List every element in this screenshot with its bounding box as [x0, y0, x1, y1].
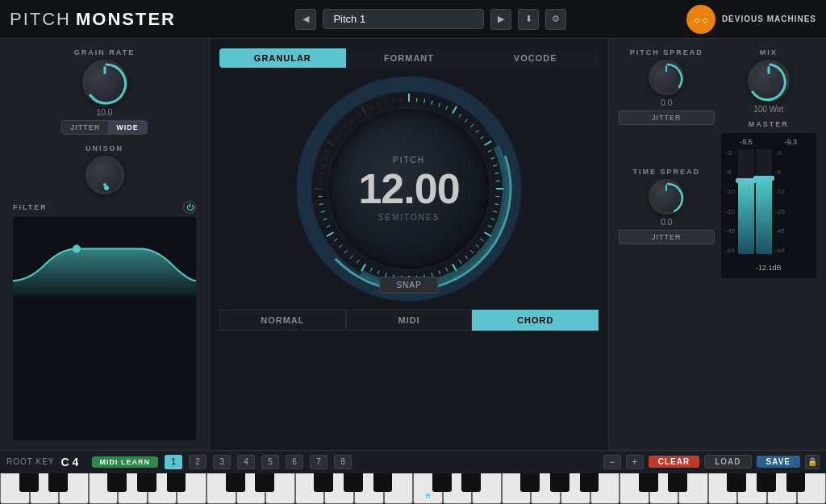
- black-key-8[interactable]: [255, 473, 274, 492]
- svg-line-32: [470, 250, 473, 253]
- tab-chord[interactable]: CHORD: [472, 310, 599, 331]
- chord-num-1[interactable]: 1: [165, 455, 182, 469]
- svg-line-15: [476, 130, 479, 132]
- black-key-10[interactable]: [314, 473, 333, 492]
- filter-header: FILTER ⏻: [13, 201, 196, 214]
- chord-num-6[interactable]: 6: [286, 455, 303, 469]
- black-key-14[interactable]: [432, 473, 452, 492]
- filter-power-button[interactable]: ⏻: [183, 201, 196, 214]
- unison-label: UNISON: [86, 144, 123, 152]
- svg-line-68: [344, 124, 348, 127]
- black-key-5[interactable]: [167, 473, 186, 492]
- black-key-21[interactable]: [639, 473, 658, 492]
- tab-normal[interactable]: NORMAL: [219, 310, 346, 331]
- black-key-25[interactable]: [757, 473, 776, 492]
- load-button[interactable]: LOAD: [704, 455, 751, 469]
- header-right: ⬦⬦ DEVIOUS MACHINES: [686, 5, 816, 34]
- wide-toggle-button[interactable]: WIDE: [108, 121, 147, 134]
- preset-select[interactable]: Pitch 1: [323, 9, 484, 29]
- pitch-dial-wrapper[interactable]: PITCH 12.00 SEMITONES SNAP: [296, 76, 522, 302]
- grain-rate-knob[interactable]: [82, 60, 127, 105]
- pitch-label: PITCH: [393, 156, 425, 165]
- svg-line-67: [339, 130, 342, 132]
- download-button[interactable]: ⬇: [518, 9, 539, 30]
- pitch-value: 12.00: [358, 168, 459, 210]
- chord-num-3[interactable]: 3: [213, 455, 231, 469]
- black-key-18[interactable]: [550, 473, 569, 492]
- next-preset-button[interactable]: ▶: [490, 9, 511, 30]
- svg-line-71: [361, 106, 365, 114]
- svg-line-10: [446, 106, 448, 110]
- svg-line-63: [323, 157, 327, 159]
- filter-display[interactable]: [13, 217, 196, 440]
- time-spread-knob[interactable]: [649, 179, 684, 215]
- pitch-unit: SEMITONES: [378, 213, 440, 222]
- svg-line-33: [465, 256, 467, 259]
- chord-num-5[interactable]: 5: [261, 455, 279, 469]
- black-key-7[interactable]: [226, 473, 245, 492]
- fader-handle-right[interactable]: [753, 176, 774, 181]
- svg-line-72: [370, 106, 372, 110]
- header: PITCH MONSTER ◀ Pitch 1 ▶ ⬇ ⚙ ⬦⬦ DEVIOUS…: [0, 0, 826, 39]
- svg-line-14: [470, 124, 473, 127]
- settings-button[interactable]: ⚙: [545, 9, 566, 30]
- svg-line-18: [488, 150, 492, 152]
- black-key-17[interactable]: [520, 473, 540, 492]
- black-key-11[interactable]: [344, 473, 363, 492]
- fader-fill-right: [756, 178, 772, 254]
- lock-icon[interactable]: 🔒: [805, 455, 820, 469]
- piano-keyboard[interactable]: R: [0, 473, 826, 504]
- main-area: GRAIN RATE 10.0 JITTER WIDE UNISON: [0, 39, 826, 450]
- brand-text: DEVIOUS MACHINES: [722, 14, 816, 24]
- svg-point-82: [753, 65, 788, 100]
- svg-line-21: [494, 173, 499, 173]
- tab-midi[interactable]: MIDI: [346, 310, 473, 331]
- master-section: MASTER -9.5 -9.3 -3 -6 -10: [721, 120, 817, 278]
- svg-line-17: [485, 141, 492, 145]
- chord-num-4[interactable]: 4: [237, 455, 255, 469]
- mix-label: MIX: [760, 48, 778, 56]
- black-key-26[interactable]: [786, 473, 806, 492]
- svg-line-51: [339, 244, 342, 247]
- snap-button[interactable]: SNAP: [379, 277, 438, 294]
- black-key-19[interactable]: [580, 473, 599, 492]
- prev-preset-button[interactable]: ◀: [295, 9, 316, 30]
- chord-num-2[interactable]: 2: [189, 455, 206, 469]
- chord-num-8[interactable]: 8: [334, 455, 352, 469]
- tab-vocode[interactable]: VOCODE: [472, 48, 599, 68]
- black-key-4[interactable]: [137, 473, 156, 492]
- chord-num-7[interactable]: 7: [310, 455, 327, 469]
- mix-knob[interactable]: [748, 60, 790, 102]
- svg-line-64: [327, 150, 331, 152]
- plus-button[interactable]: +: [626, 455, 644, 469]
- right-panel: PITCH SPREAD 0.0 JITTER TIME SPREAD: [608, 39, 826, 450]
- black-key-15[interactable]: [461, 473, 481, 492]
- tab-formant[interactable]: FORMANT: [346, 48, 473, 68]
- black-key-0[interactable]: [19, 473, 39, 492]
- unison-knob[interactable]: [86, 156, 124, 194]
- black-key-24[interactable]: [727, 473, 746, 492]
- svg-line-69: [350, 119, 353, 122]
- tab-granular[interactable]: GRANULAR: [219, 48, 346, 68]
- jitter-toggle-button[interactable]: JITTER: [62, 121, 108, 134]
- midi-learn-button[interactable]: MIDI LEARN: [92, 456, 159, 468]
- black-key-12[interactable]: [373, 473, 393, 492]
- title-pitch: PITCH: [10, 9, 71, 30]
- black-key-3[interactable]: [107, 473, 127, 492]
- fader-db-right: -9.3: [785, 138, 798, 146]
- minus-button[interactable]: −: [603, 455, 621, 469]
- black-key-1[interactable]: [48, 473, 68, 492]
- pitch-spread-section: PITCH SPREAD 0.0 JITTER: [619, 48, 715, 160]
- pitch-spread-knob[interactable]: [649, 60, 684, 95]
- time-jitter-button[interactable]: JITTER: [619, 230, 715, 244]
- fader-track-right[interactable]: [756, 149, 772, 254]
- clear-button[interactable]: CLEAR: [649, 456, 699, 468]
- left-panel: GRAIN RATE 10.0 JITTER WIDE UNISON: [0, 39, 210, 450]
- pitch-jitter-button[interactable]: JITTER: [619, 110, 715, 125]
- time-spread-label: TIME SPREAD: [632, 168, 700, 176]
- fader-track-left[interactable]: [738, 149, 754, 254]
- save-button[interactable]: SAVE: [757, 456, 801, 468]
- brand-logo: ⬦⬦ DEVIOUS MACHINES: [686, 5, 816, 34]
- black-key-22[interactable]: [668, 473, 687, 492]
- unison-section: UNISON: [13, 144, 196, 194]
